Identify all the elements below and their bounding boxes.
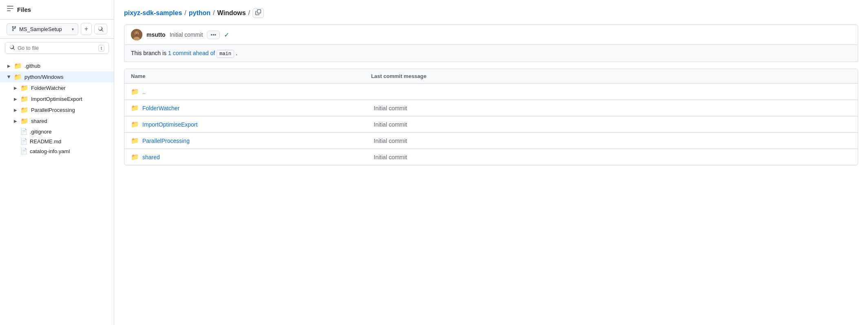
file-row-message: Initial commit [374,138,851,144]
tree-label: python/Windows [24,74,63,80]
tree-item-shared[interactable]: ▶ 📁 shared [0,116,114,127]
file-icon: 📄 [20,138,27,145]
file-row-message: Initial commit [374,121,851,128]
commit-options-button[interactable]: ••• [207,31,220,39]
commit-author[interactable]: msutto [146,31,166,38]
svg-point-4 [137,33,138,33]
commit-bar: msutto Initial commit ••• ✓ [124,24,858,45]
file-name-link[interactable]: ImportOptimiseExport [142,121,197,128]
folder-icon: 📁 [131,153,139,161]
tree-label: FolderWatcher [31,85,66,91]
file-row-shared[interactable]: 📁 shared Initial commit [124,149,858,165]
folder-icon: 📁 [131,120,139,128]
file-row-importoptimiseexport[interactable]: 📁 ImportOptimiseExport Initial commit [124,116,858,133]
tree-item-importoptimiseexport[interactable]: ▶ 📁 ImportOptimiseExport [0,93,114,105]
commit-status-icon: ✓ [224,31,229,39]
breadcrumb-link-python[interactable]: python [189,9,210,17]
folder-icon: 📁 [14,73,22,81]
panel-icon [7,5,14,14]
search-icon [9,45,15,51]
tree-item-cataloginfo[interactable]: 📄 catalog-info.yaml [0,146,114,156]
sidebar-header: Files [0,0,114,20]
commit-message: Initial commit [170,31,203,38]
svg-point-5 [135,34,138,36]
file-name-link[interactable]: FolderWatcher [142,105,179,111]
parent-dir-label: .. [142,89,146,95]
tree-label: .github [24,63,40,69]
breadcrumb-current: Windows [217,9,246,17]
breadcrumb: pixyz-sdk-samples / python / Windows / [124,8,858,18]
file-name-link[interactable]: shared [142,154,160,160]
folder-icon: 📁 [131,104,139,112]
file-row-parent[interactable]: 📁 .. [124,84,858,100]
branch-name-code: main [217,50,234,58]
copy-path-button[interactable] [252,8,264,18]
avatar [131,29,142,40]
folder-icon: 📁 [20,84,29,92]
branch-info-text-before: This branch is [131,50,168,56]
breadcrumb-sep: / [248,9,250,17]
add-button[interactable]: + [81,23,92,35]
file-row-name-col: 📁 ParallelProcessing [131,137,370,145]
search-button[interactable] [94,24,107,34]
branch-selector: MS_SampleSetup ▾ + [0,20,114,39]
sidebar: Files MS_SampleSetup ▾ + t [0,0,114,325]
chevron-icon: ▶ [7,75,11,80]
tree-label: README.md [30,138,61,145]
file-table: Name Last commit message 📁 .. 📁 FolderWa… [124,69,858,165]
chevron-icon: ▶ [7,64,11,68]
folder-icon: 📁 [14,62,22,70]
file-row-name-col: 📁 shared [131,153,370,161]
branch-info: This branch is 1 commit ahead of main . [124,45,858,62]
tree-item-github[interactable]: ▶ 📁 .github [0,60,114,71]
file-row-message: Initial commit [374,154,851,160]
tree-item-readme[interactable]: 📄 README.md [0,136,114,146]
search-shortcut: t [98,45,104,51]
file-row-name-col: 📁 ImportOptimiseExport [131,120,370,128]
branch-info-text-after: . [236,50,237,56]
breadcrumb-sep: / [213,9,215,17]
branch-chevron: ▾ [72,27,74,31]
goto-file-input[interactable] [18,45,96,51]
tree-item-python-windows[interactable]: ▶ 📁 python/Windows [0,71,114,82]
file-tree: ▶ 📁 .github ▶ 📁 python/Windows ▶ 📁 Folde… [0,57,114,325]
tree-label: .gitignore [30,129,51,135]
tree-label: ImportOptimiseExport [31,96,82,102]
breadcrumb-sep: / [184,9,186,17]
tree-item-parallelprocessing[interactable]: ▶ 📁 ParallelProcessing [0,105,114,116]
tree-label: ParallelProcessing [31,107,75,113]
file-row-message: Initial commit [374,105,851,111]
breadcrumb-link-repo[interactable]: pixyz-sdk-samples [124,9,182,17]
file-icon: 📄 [20,128,27,135]
svg-point-3 [135,33,136,33]
folder-icon: 📁 [131,88,139,96]
file-name-link[interactable]: ParallelProcessing [142,138,190,144]
chevron-icon: ▶ [13,86,18,90]
file-row-folderwatcher[interactable]: 📁 FolderWatcher Initial commit [124,100,858,116]
file-table-header: Name Last commit message [124,69,858,84]
tree-label: catalog-info.yaml [30,148,70,154]
commits-ahead-link[interactable]: 1 commit ahead of [168,50,215,56]
file-row-parallelprocessing[interactable]: 📁 ParallelProcessing Initial commit [124,133,858,149]
chevron-icon: ▶ [13,97,18,101]
col-message-header: Last commit message [371,73,851,79]
goto-file-bar[interactable]: t [5,42,109,54]
main-content: pixyz-sdk-samples / python / Windows / [114,0,868,325]
tree-label: shared [31,118,47,124]
file-row-name-col: 📁 FolderWatcher [131,104,370,112]
branch-button[interactable]: MS_SampleSetup ▾ [7,23,78,35]
folder-icon: 📁 [20,117,29,125]
chevron-icon: ▶ [13,108,18,112]
tree-item-gitignore[interactable]: 📄 .gitignore [0,127,114,136]
tree-item-folderwatcher[interactable]: ▶ 📁 FolderWatcher [0,82,114,93]
folder-icon: 📁 [20,95,29,103]
chevron-icon: ▶ [13,119,18,123]
folder-icon: 📁 [20,106,29,114]
col-name-header: Name [131,73,371,79]
sidebar-title: Files [17,6,107,13]
branch-icon [11,26,17,33]
file-row-name-col: 📁 .. [131,88,370,96]
folder-icon: 📁 [131,137,139,145]
file-icon: 📄 [20,148,27,154]
branch-name: MS_SampleSetup [19,26,62,32]
